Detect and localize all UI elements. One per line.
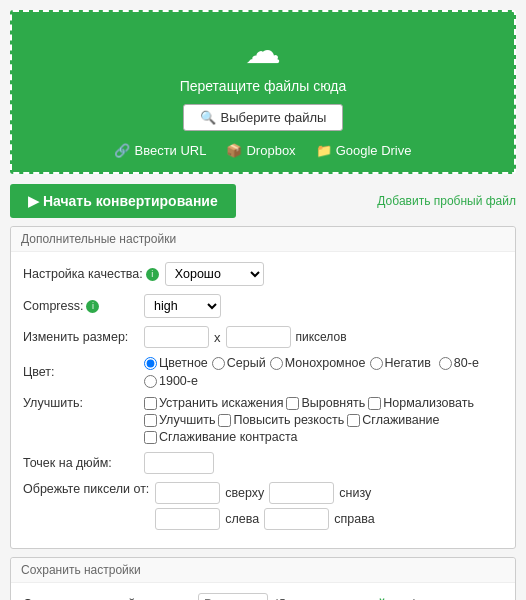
color-options: Цветное Серый Монохромное Негатив xyxy=(144,356,503,388)
main-content: ▶ Начать конвертирование Добавить пробны… xyxy=(0,184,526,600)
enhance-options: Устранить искажения Выровнять Нормализов… xyxy=(144,396,474,444)
save-settings-section: Сохранить настройки Сохранить настройки … xyxy=(10,557,516,600)
enhance-sharpen[interactable]: Повысить резкость xyxy=(218,413,344,427)
search-icon: 🔍 xyxy=(200,110,216,125)
compress-label: Compress: i xyxy=(23,299,138,313)
quality-info-icon[interactable]: i xyxy=(146,268,159,281)
settings-body: Настройка качества: i Хорошо Лучше Наилу… xyxy=(11,252,515,548)
crop-bottom-input[interactable] xyxy=(269,482,334,504)
resize-row: Изменить размер: x пикселов xyxy=(23,326,503,348)
compress-info-icon[interactable]: i xyxy=(86,300,99,313)
dropbox-icon: 📦 xyxy=(226,143,242,158)
color-option-80s[interactable]: 80-е xyxy=(439,356,479,370)
size-unit-label: пикселов xyxy=(296,330,347,344)
crop-bottom-row: слева справа xyxy=(155,508,374,530)
crop-right-label: справа xyxy=(334,512,374,526)
color-label: Цвет: xyxy=(23,365,138,379)
dpi-row: Точек на дюйм: xyxy=(23,452,503,474)
crop-left-label: слева xyxy=(225,512,259,526)
choose-files-label: Выберите файлы xyxy=(221,110,327,125)
additional-settings-section: Дополнительные настройки Настройка качес… xyxy=(10,226,516,549)
action-row: ▶ Начать конвертирование Добавить пробны… xyxy=(10,184,516,218)
checkbox-smooth-contrast[interactable] xyxy=(144,431,157,444)
checkbox-sharpen[interactable] xyxy=(218,414,231,427)
save-name-row: Сохранить настройки как: i (Для активаци… xyxy=(23,593,503,600)
compress-select[interactable]: high medium low xyxy=(144,294,221,318)
color-option-gray[interactable]: Серый xyxy=(212,356,266,370)
enhance-normalize[interactable]: Нормализовать xyxy=(368,396,474,410)
enhance-label: Улучшить: xyxy=(23,396,138,410)
checkbox-smooth[interactable] xyxy=(347,414,360,427)
dpi-label: Точек на дюйм: xyxy=(23,456,138,470)
x-separator: x xyxy=(214,330,221,345)
enhance-improve[interactable]: Улучшить xyxy=(144,413,215,427)
gdrive-link-label: Google Drive xyxy=(336,143,412,158)
add-test-file-link[interactable]: Добавить пробный файл xyxy=(377,194,516,208)
color-option-1900s[interactable]: 1900-е xyxy=(144,374,198,388)
color-radio-80s[interactable] xyxy=(439,357,452,370)
dropbox-link-label: Dropbox xyxy=(246,143,295,158)
color-option-color[interactable]: Цветное xyxy=(144,356,208,370)
color-radio-1900s[interactable] xyxy=(144,375,157,388)
color-radio-negative[interactable] xyxy=(370,357,383,370)
url-link-label: Ввести URL xyxy=(134,143,206,158)
crop-top-label: сверху xyxy=(225,486,264,500)
crop-right-input[interactable] xyxy=(264,508,329,530)
size-width-input[interactable] xyxy=(144,326,209,348)
crop-left-input[interactable] xyxy=(155,508,220,530)
gdrive-link[interactable]: 📁 Google Drive xyxy=(316,143,412,158)
color-radio-gray[interactable] xyxy=(212,357,225,370)
url-link[interactable]: 🔗 Ввести URL xyxy=(114,143,206,158)
resize-label: Изменить размер: xyxy=(23,330,138,344)
save-name-input[interactable] xyxy=(198,593,268,600)
checkbox-normalize[interactable] xyxy=(368,397,381,410)
crop-inputs: сверху снизу слева справа xyxy=(155,482,374,530)
dpi-input[interactable] xyxy=(144,452,214,474)
crop-row: Обрежьте пиксели от: сверху снизу слева … xyxy=(23,482,503,530)
checkbox-align[interactable] xyxy=(286,397,299,410)
start-convert-button-top[interactable]: ▶ Начать конвертирование xyxy=(10,184,236,218)
link-icon: 🔗 xyxy=(114,143,130,158)
enhance-fix-distortion[interactable]: Устранить искажения xyxy=(144,396,283,410)
crop-label: Обрежьте пиксели от: xyxy=(23,482,149,496)
enhance-align[interactable]: Выровнять xyxy=(286,396,365,410)
quality-row: Настройка качества: i Хорошо Лучше Наилу… xyxy=(23,262,503,286)
upload-area[interactable]: ☁ Перетащите файлы сюда 🔍 Выберите файлы… xyxy=(10,10,516,174)
crop-top-input[interactable] xyxy=(155,482,220,504)
enhance-smooth[interactable]: Сглаживание xyxy=(347,413,439,427)
crop-top-row: сверху снизу xyxy=(155,482,374,504)
start-label-top: ▶ Начать конвертирование xyxy=(28,193,218,209)
save-body: Сохранить настройки как: i (Для активаци… xyxy=(11,583,515,600)
gdrive-icon: 📁 xyxy=(316,143,332,158)
color-radio-mono[interactable] xyxy=(270,357,283,370)
add-test-label: Добавить пробный файл xyxy=(377,194,516,208)
color-option-mono[interactable]: Монохромное xyxy=(270,356,366,370)
size-height-input[interactable] xyxy=(226,326,291,348)
checkbox-fix-distortion[interactable] xyxy=(144,397,157,410)
upload-links: 🔗 Ввести URL 📦 Dropbox 📁 Google Drive xyxy=(22,143,504,158)
color-radio-color[interactable] xyxy=(144,357,157,370)
quality-label: Настройка качества: i xyxy=(23,267,159,281)
dropbox-link[interactable]: 📦 Dropbox xyxy=(226,143,295,158)
crop-bottom-label: снизу xyxy=(339,486,371,500)
save-section-title: Сохранить настройки xyxy=(11,558,515,583)
color-row: Цвет: Цветное Серый Монохромное xyxy=(23,356,503,388)
checkbox-improve[interactable] xyxy=(144,414,157,427)
upload-icon: ☁ xyxy=(22,30,504,72)
size-inputs: x пикселов xyxy=(144,326,347,348)
compress-row: Compress: i high medium low xyxy=(23,294,503,318)
quality-select[interactable]: Хорошо Лучше Наилучшее xyxy=(165,262,264,286)
save-name-label: Сохранить настройки как: i xyxy=(23,596,192,601)
choose-files-button[interactable]: 🔍 Выберите файлы xyxy=(183,104,344,131)
settings-section-title: Дополнительные настройки xyxy=(11,227,515,252)
enhance-smooth-contrast[interactable]: Сглаживание контраста xyxy=(144,430,298,444)
drag-text: Перетащите файлы сюда xyxy=(22,78,504,94)
enhance-row: Улучшить: Устранить искажения Выровнять … xyxy=(23,396,503,444)
color-option-negative[interactable]: Негатив xyxy=(370,356,431,370)
